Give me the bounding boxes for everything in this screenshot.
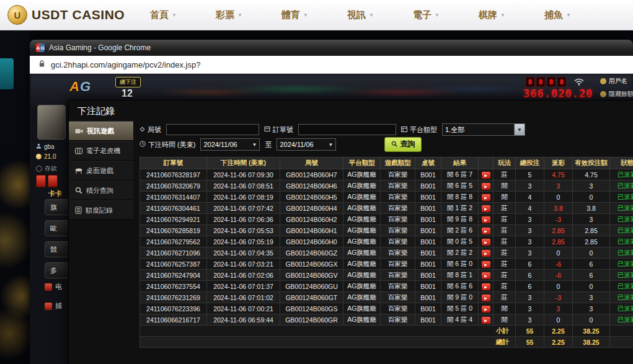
to-label: 至 — [265, 140, 272, 149]
cell-status: 已派彩 — [610, 169, 633, 180]
cell-time: 2024-11-06 07:08:19 — [207, 192, 280, 203]
col-header-1: 下注時間 (美東) — [207, 158, 280, 169]
cell-round: GB00124B060H5 — [280, 192, 343, 203]
cell-platform: AG旗艦廳 — [343, 292, 381, 303]
cell-round: GB00124B060H4 — [280, 203, 343, 214]
nav-item-1[interactable]: 彩票▼ — [216, 9, 242, 21]
nav-item-5[interactable]: 棋牌▼ — [479, 9, 505, 21]
nav-item-0[interactable]: 首頁▼ — [150, 9, 177, 21]
sidebar-item-4[interactable]: 額度記錄 — [69, 200, 133, 220]
cell-result: 閒 4 莊 4 — [441, 314, 479, 326]
play-replay-button[interactable]: ▶ — [482, 228, 490, 234]
col-header-12: 狀態 — [610, 158, 633, 169]
brand-logo[interactable]: U USDT CASINO — [7, 5, 125, 25]
window-titlebar[interactable]: AG Asia Gaming - Google Chrome — [30, 40, 633, 56]
cell-order: 241106076279562 — [140, 236, 207, 247]
cell-game: 百家樂 — [381, 281, 415, 292]
user-menu-item-0[interactable]: 用戶名 — [600, 77, 633, 86]
date-from-picker[interactable]: 2024/11/06 ▼ — [200, 138, 260, 151]
deposit-link[interactable]: 存款 — [36, 164, 57, 173]
col-header-6: 結果 — [441, 158, 479, 169]
cell-table: B001 — [415, 314, 441, 326]
play-replay-button[interactable]: ▶ — [482, 239, 490, 246]
nav-item-label: 電子 — [413, 9, 432, 21]
balance-row: 21.0 — [36, 153, 56, 160]
cell-game: 百家樂 — [381, 259, 415, 270]
play-replay-button[interactable]: ▶ — [482, 194, 490, 201]
cell-status: 已派彩 — [610, 259, 633, 270]
cell-order: 241106076328197 — [140, 169, 207, 180]
sidebar-item-0[interactable]: 視訊遊戲 — [69, 121, 133, 141]
chevron-down-icon: ▼ — [566, 12, 571, 18]
cell-table: B001 — [415, 303, 441, 314]
sidebar-item-1[interactable]: 電子老虎機 — [69, 141, 133, 161]
play-replay-button[interactable]: ▶ — [482, 205, 490, 212]
chrome-window: AG Asia Gaming - Google Chrome gci.2hhap… — [30, 40, 633, 364]
search-icon — [75, 187, 82, 194]
platform-select[interactable]: 1.全部 ▼ — [442, 123, 525, 136]
nav-item-2[interactable]: 體育▼ — [281, 9, 308, 21]
cell-valid: 3.8 — [573, 203, 610, 214]
lobby-tab-1[interactable]: 捕 — [45, 301, 62, 311]
chevron-down-icon: ▼ — [369, 12, 374, 18]
round-input[interactable] — [166, 124, 259, 135]
person-icon — [36, 143, 42, 150]
search-button[interactable]: 查詢 — [384, 137, 422, 152]
cell-game: 百家樂 — [381, 225, 415, 236]
table-row: 2411060762795622024-11-06 07:05:19GB0012… — [140, 236, 633, 247]
cell-bet: 4 — [516, 203, 544, 214]
cell-time: 2024-11-06 07:04:35 — [207, 247, 280, 259]
cell-round: GB00124B060GT — [280, 292, 343, 303]
cell-replay: ▶ — [479, 169, 494, 180]
round-label: 局號 — [139, 125, 161, 135]
cell-replay: ▶ — [479, 303, 494, 314]
camera-icon — [75, 128, 83, 135]
order-input[interactable] — [298, 124, 396, 135]
table-row: 2411060662167172024-11-06 06:59:44GB0012… — [140, 314, 633, 326]
play-replay-button[interactable]: ▶ — [482, 317, 490, 324]
address-bar[interactable]: gci.2hhapi.com/agingame/pcv2/index.jsp? — [30, 56, 633, 74]
cell-game: 百家樂 — [381, 203, 415, 214]
cell-bet: 3 — [516, 314, 544, 326]
cell-valid: 3 — [573, 180, 610, 192]
play-replay-button[interactable]: ▶ — [482, 261, 490, 268]
cell-bet: 6 — [516, 281, 544, 292]
cell-order: 241106076285819 — [140, 225, 207, 236]
cell-time: 2024-11-06 07:03:21 — [207, 259, 280, 270]
cell-round: GB00124B060GR — [280, 314, 343, 326]
nav-item-4[interactable]: 電子▼ — [413, 9, 440, 21]
nav-item-6[interactable]: 捕魚▼ — [544, 9, 571, 21]
cell-platform: AG旗艦廳 — [343, 259, 381, 270]
card-icon — [48, 175, 58, 187]
sum-payout: 2.25 — [544, 337, 573, 348]
sum-bet: 55 — [516, 326, 544, 337]
play-replay-button[interactable]: ▶ — [482, 306, 490, 313]
nav-item-3[interactable]: 視訊▼ — [347, 9, 374, 21]
user-menu-label: 隱藏餘額 — [609, 90, 633, 99]
magnifier-icon — [391, 140, 397, 149]
cell-payout: 4.75 — [544, 169, 573, 180]
sidebar-item-3[interactable]: 積分查詢 — [69, 180, 133, 200]
play-replay-button[interactable]: ▶ — [482, 295, 490, 301]
date-to-picker[interactable]: 2024/11/06 ▼ — [277, 138, 336, 151]
play-replay-button[interactable]: ▶ — [482, 172, 490, 179]
col-header-4: 遊戲類型 — [381, 158, 415, 169]
lobby-tab-0[interactable]: 电 — [45, 282, 62, 291]
user-menu-item-1[interactable]: 隱藏餘額 — [600, 90, 633, 99]
sidebar-item-2[interactable]: 桌面遊戲 — [69, 161, 133, 180]
play-replay-button[interactable]: ▶ — [482, 216, 490, 223]
play-replay-button[interactable]: ▶ — [482, 183, 490, 190]
cell-valid: 2.85 — [573, 225, 610, 236]
play-replay-button[interactable]: ▶ — [482, 250, 490, 257]
cell-table: B001 — [415, 259, 441, 270]
play-replay-button[interactable]: ▶ — [482, 283, 490, 290]
cell-platform: AG旗艦廳 — [343, 236, 381, 247]
lobby-bottom-tabs: 电捕 — [45, 282, 62, 311]
cell-play: 莊 — [494, 292, 516, 303]
cell-status: 已派彩 — [610, 314, 633, 326]
cell-play: 閒 — [494, 192, 516, 203]
play-replay-button[interactable]: ▶ — [482, 272, 490, 279]
cell-result: 閒 6 莊 0 — [441, 259, 479, 270]
url-text: gci.2hhapi.com/agingame/pcv2/index.jsp? — [51, 60, 200, 69]
sidebar-item-label: 視訊遊戲 — [87, 127, 114, 136]
